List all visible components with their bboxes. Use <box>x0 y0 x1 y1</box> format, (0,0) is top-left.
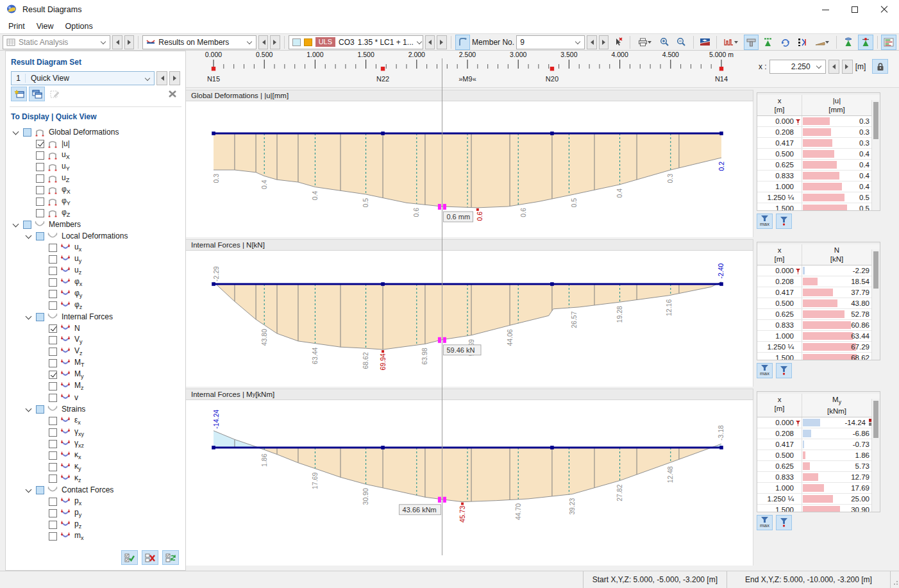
checkbox[interactable] <box>49 463 57 471</box>
moment-chart[interactable]: -14.241.8617.6930.9045.7344.7039.2327.82… <box>186 400 753 566</box>
tree-item[interactable]: Global Deformations <box>10 126 181 138</box>
table-row[interactable]: 0.0000.3 <box>757 116 871 127</box>
tree-item[interactable]: uX <box>10 149 181 161</box>
checkbox[interactable] <box>36 232 44 240</box>
check-all-button[interactable] <box>121 550 138 565</box>
deformation-chart[interactable]: 0.30.40.40.50.60.60.60.50.40.30.20.6 mm <box>186 101 753 237</box>
checkbox[interactable] <box>36 140 44 148</box>
load-combination-combo[interactable]: ULS CO3 1.35 * LC1 + 1... <box>289 35 423 49</box>
table-row[interactable]: 1.50030.90 <box>757 505 871 512</box>
x-station-combo[interactable]: 2.250 <box>769 60 826 74</box>
scrollbar-thumb[interactable] <box>873 401 878 438</box>
checkbox[interactable] <box>49 382 57 391</box>
tree-item[interactable]: φz <box>10 299 181 311</box>
filter-max-button[interactable]: max <box>757 363 773 378</box>
checkbox[interactable] <box>36 405 44 414</box>
tree-item[interactable]: |u| <box>10 138 181 149</box>
checkbox[interactable] <box>36 174 44 183</box>
rotate-view-button[interactable] <box>778 35 793 50</box>
checkbox[interactable] <box>36 313 44 321</box>
table-row[interactable]: 0.50043.80 <box>757 298 871 309</box>
checkbox[interactable] <box>36 209 44 217</box>
lock-station-button[interactable] <box>872 59 888 74</box>
tree-item[interactable]: Contact Forces <box>10 484 181 496</box>
combination-prev-button[interactable] <box>425 35 435 49</box>
resize-grip[interactable] <box>890 571 899 588</box>
checkbox[interactable] <box>23 128 31 137</box>
deselect-button[interactable] <box>610 35 626 50</box>
table-row[interactable]: 0.83360.86 <box>757 320 871 331</box>
checkbox[interactable] <box>49 532 57 541</box>
table-scrollbar[interactable] <box>871 249 880 360</box>
tree-item[interactable]: κz <box>10 473 181 484</box>
checkbox[interactable] <box>49 521 57 529</box>
tree-item[interactable]: My <box>10 369 181 380</box>
checkbox[interactable] <box>49 371 57 379</box>
checkbox[interactable] <box>49 428 57 437</box>
filter-max-button[interactable]: max <box>757 515 773 530</box>
menu-view[interactable]: View <box>31 21 60 32</box>
table-row[interactable]: 0.5001.86 <box>757 450 871 461</box>
chevron-expand-icon[interactable] <box>25 314 33 320</box>
result-values-button[interactable] <box>858 35 873 50</box>
checkbox[interactable] <box>49 475 57 483</box>
normal-force-chart[interactable]: -2.2943.8063.4468.6269.9463.9854.6944.06… <box>186 251 753 387</box>
display-properties-button[interactable] <box>698 35 713 50</box>
results-prev-button[interactable] <box>258 35 268 49</box>
select-member-button[interactable] <box>455 35 471 50</box>
tree-item[interactable]: Mz <box>10 380 181 392</box>
zoom-in-button[interactable] <box>657 35 672 50</box>
checkbox[interactable] <box>49 509 57 517</box>
menu-print[interactable]: Print <box>3 21 31 32</box>
table-row[interactable]: 1.50068.62 <box>757 353 871 360</box>
combination-next-button[interactable] <box>437 35 446 49</box>
table-row[interactable]: 1.250 ¼25.00 <box>757 494 871 505</box>
diagram-set-combo[interactable]: 1 Quick View <box>11 71 155 85</box>
table-row[interactable]: 0.20818.54 <box>757 276 871 287</box>
table-row[interactable]: 1.250 ¼0.5 <box>757 192 871 203</box>
table-scrollbar[interactable] <box>871 100 880 210</box>
member-prev-button[interactable] <box>587 35 596 49</box>
chevron-expand-icon[interactable] <box>25 406 33 412</box>
tree-item[interactable]: uY <box>10 161 181 172</box>
x-next-button[interactable] <box>842 60 853 74</box>
checkbox[interactable] <box>36 186 44 194</box>
diagram-style-button[interactable] <box>721 35 742 50</box>
zoom-out-button[interactable] <box>674 35 689 50</box>
checkbox[interactable] <box>23 221 31 229</box>
analysis-prev-button[interactable] <box>112 35 122 49</box>
member-no-combo[interactable]: 9 <box>516 35 585 49</box>
checkbox[interactable] <box>36 151 44 160</box>
table-row[interactable]: 0.2080.3 <box>757 127 871 138</box>
edit-set-button[interactable] <box>47 87 63 101</box>
checkbox[interactable] <box>49 290 57 298</box>
close-button[interactable] <box>870 0 899 19</box>
tree-item[interactable]: εx <box>10 415 181 426</box>
table-row[interactable]: 0.6255.73 <box>757 461 871 472</box>
checkbox[interactable] <box>49 324 57 333</box>
tree-item[interactable]: pz <box>10 519 181 530</box>
checkbox[interactable] <box>49 244 57 252</box>
x-prev-button[interactable] <box>828 60 839 74</box>
tree-item[interactable]: py <box>10 507 181 519</box>
section-view-button[interactable] <box>744 35 759 50</box>
checkbox[interactable] <box>49 417 57 425</box>
table-row[interactable]: 0.000-14.24 <box>757 417 871 428</box>
chevron-expand-icon[interactable] <box>25 233 33 239</box>
filter-max-button[interactable]: max <box>757 214 773 229</box>
tree-item[interactable]: φZ <box>10 207 181 219</box>
table-row[interactable]: 1.0000.4 <box>757 181 871 192</box>
menu-options[interactable]: Options <box>60 21 99 32</box>
hatching-button[interactable] <box>812 35 833 50</box>
table-row[interactable]: 1.00063.44 <box>757 331 871 342</box>
invert-selection-button[interactable] <box>162 550 179 565</box>
table-row[interactable]: 0.417-0.73 <box>757 439 871 450</box>
checkbox[interactable] <box>49 348 57 356</box>
tree-item[interactable]: φx <box>10 276 181 288</box>
chevron-expand-icon[interactable] <box>12 221 20 228</box>
results-display-button[interactable] <box>841 35 856 50</box>
checkbox[interactable] <box>49 394 57 402</box>
station-ruler[interactable]: 0.0000.5001.0001.5002.0002.5003.0003.500… <box>186 51 753 88</box>
checkbox[interactable] <box>49 255 57 264</box>
tree-item[interactable]: Members <box>10 219 181 230</box>
